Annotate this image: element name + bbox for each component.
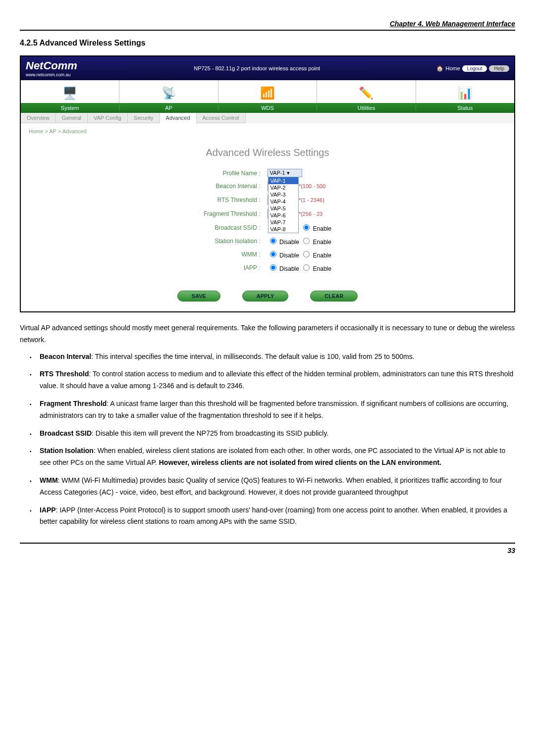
profile-name-select[interactable]: VAP-1 ▾ VAP-1 VAP-2 VAP-3 VAP-4 VAP-5 VA…: [268, 169, 302, 177]
rts-label: RTS Threshold :: [201, 194, 264, 206]
nav-wds[interactable]: WDS: [218, 105, 317, 111]
intro-paragraph: Virtual AP advanced settings should most…: [20, 322, 515, 346]
dropdown-option[interactable]: VAP-2: [268, 184, 298, 191]
dropdown-option[interactable]: VAP-3: [268, 191, 298, 198]
main-nav-labels: System AP WDS Utilities Status: [21, 103, 514, 113]
help-button[interactable]: Help: [489, 65, 509, 72]
dropdown-option[interactable]: VAP-4: [268, 198, 298, 205]
model-text: NP725 - 802.11g 2 port indoor wireless a…: [194, 65, 320, 71]
list-item: Beacon Interval: This interval specifies…: [30, 351, 515, 363]
tab-access-control[interactable]: Access Control: [197, 113, 246, 123]
nav-utilities[interactable]: Utilities: [317, 105, 416, 111]
router-admin-screenshot: NetComm www.netcomm.com.au NP725 - 802.1…: [20, 55, 515, 312]
list-item: RTS Threshold: To control station access…: [30, 368, 515, 392]
dropdown-option[interactable]: VAP-6: [268, 212, 298, 219]
tab-advanced[interactable]: Advanced: [160, 113, 197, 123]
nav-system[interactable]: System: [21, 105, 119, 111]
wmm-disable-radio[interactable]: [270, 251, 276, 257]
profile-dropdown-list[interactable]: VAP-1 VAP-2 VAP-3 VAP-4 VAP-5 VAP-6 VAP-…: [268, 177, 299, 233]
home-link[interactable]: Home: [445, 65, 460, 71]
sub-tabs: Overview General VAP Config Security Adv…: [21, 113, 514, 123]
beacon-hint: *(100 - 500: [299, 183, 325, 189]
nav-utilities-icon[interactable]: ✏️: [317, 80, 416, 103]
brand-url: www.netcomm.com.au: [26, 72, 77, 77]
chevron-down-icon: ▾: [287, 170, 290, 176]
iapp-label: IAPP :: [201, 261, 264, 274]
top-bar: NetComm www.netcomm.com.au NP725 - 802.1…: [21, 56, 514, 80]
save-button[interactable]: SAVE: [177, 291, 220, 302]
tab-general[interactable]: General: [56, 113, 88, 123]
settings-form: Profile Name : VAP-1 ▾ VAP-1 VAP-2 VAP-3…: [200, 166, 335, 275]
list-item: IAPP: IAPP (Inter-Access Point Protocol)…: [30, 504, 515, 528]
rts-hint: *(1 - 2346): [299, 197, 324, 203]
dropdown-option[interactable]: VAP-7: [268, 219, 298, 226]
broadcast-enable-radio[interactable]: [303, 224, 310, 231]
fragment-label: Fragment Threshold :: [201, 207, 264, 220]
iapp-enable-radio[interactable]: [303, 264, 310, 271]
iapp-disable-radio[interactable]: [270, 264, 276, 271]
wmm-label: WMM :: [201, 248, 264, 260]
logo-area: NetComm www.netcomm.com.au: [26, 59, 77, 77]
tab-security[interactable]: Security: [128, 113, 160, 123]
dropdown-option[interactable]: VAP-1: [268, 177, 298, 184]
main-nav-icons: 🖥️ 📡 📶 ✏️ 📊: [21, 80, 514, 103]
nav-system-icon[interactable]: 🖥️: [21, 80, 119, 103]
broadcast-label: Broadcast SSID :: [201, 221, 264, 234]
logout-button[interactable]: Logout: [462, 65, 487, 72]
button-row: SAVE APPLY CLEAR: [21, 285, 514, 311]
page-number: 33: [20, 543, 515, 554]
brand-logo: NetComm: [26, 59, 77, 72]
tab-overview[interactable]: Overview: [21, 113, 56, 123]
list-item: Fragment Threshold: A unicast frame larg…: [30, 398, 515, 422]
wmm-enable-radio[interactable]: [303, 251, 310, 257]
chapter-header: Chapter 4. Web Management Interface: [20, 20, 515, 31]
list-item: Broadcast SSID: Disable this item will p…: [30, 428, 515, 440]
feature-list: Beacon Interval: This interval specifies…: [20, 351, 515, 528]
nav-ap[interactable]: AP: [119, 105, 218, 111]
beacon-label: Beacon Interval :: [201, 180, 264, 193]
section-title: 4.2.5 Advanced Wireless Settings: [20, 39, 515, 48]
nav-status[interactable]: Status: [416, 105, 514, 111]
panel-title: Advanced Wireless Settings: [21, 139, 514, 166]
isolation-disable-radio[interactable]: [270, 238, 276, 244]
apply-button[interactable]: APPLY: [242, 291, 289, 302]
list-item: WMM: WMM (Wi-Fi Multimedia) provides bas…: [30, 475, 515, 499]
dropdown-option[interactable]: VAP-8: [268, 226, 298, 233]
breadcrumb: Home > AP > Advanced: [21, 123, 514, 139]
list-item: Station Isolation: When enabled, wireles…: [30, 445, 515, 469]
tab-vap-config[interactable]: VAP Config: [88, 113, 128, 123]
profile-name-label: Profile Name :: [201, 167, 264, 179]
fragment-hint: *(256 - 23: [299, 211, 322, 217]
isolation-enable-radio[interactable]: [303, 238, 310, 244]
isolation-label: Station Isolation :: [201, 235, 264, 247]
top-links: 🏠 Home Logout Help: [436, 65, 509, 72]
dropdown-option[interactable]: VAP-5: [268, 205, 298, 212]
home-icon[interactable]: 🏠: [436, 65, 443, 72]
clear-button[interactable]: CLEAR: [310, 291, 358, 302]
nav-wds-icon[interactable]: 📶: [218, 80, 317, 103]
nav-ap-icon[interactable]: 📡: [119, 80, 218, 103]
nav-status-icon[interactable]: 📊: [416, 80, 514, 103]
